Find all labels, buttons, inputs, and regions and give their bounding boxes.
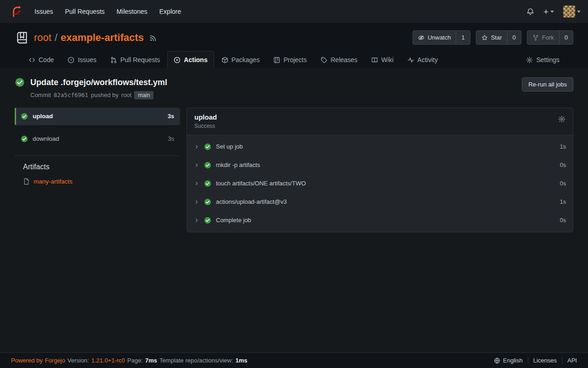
branch-badge[interactable]: main xyxy=(134,91,153,99)
job-detail-name: upload xyxy=(194,113,217,121)
run-title: Update .forgejo/workflows/test.yml xyxy=(30,77,167,88)
eye-slash-icon xyxy=(418,34,424,41)
divider xyxy=(15,155,180,156)
tab-label: Actions xyxy=(184,56,207,63)
tab-label: Wiki xyxy=(381,56,393,63)
package-icon xyxy=(221,57,228,63)
run-header: Update .forgejo/workflows/test.yml Commi… xyxy=(15,77,573,99)
repo-header: root / example-artifacts xyxy=(0,23,588,68)
commit-sha-link[interactable]: 82a5cf6961 xyxy=(54,92,88,98)
artifact-download-link[interactable]: many-artifacts xyxy=(34,178,73,185)
repo-name-link[interactable]: example-artifacts xyxy=(61,32,144,44)
repo-breadcrumb: root / example-artifacts xyxy=(34,32,144,44)
run-commit-line: Commit 82a5cf6961 pushed by root main xyxy=(30,91,167,99)
fork-button[interactable]: Fork xyxy=(527,31,559,44)
plus-icon: + xyxy=(543,7,548,16)
gear-icon xyxy=(526,57,533,63)
repo-tabs: Code Issues Pull Requests Actions Packag… xyxy=(11,45,577,68)
fork-button-group: Fork 0 xyxy=(527,30,573,45)
run-body: upload 3s download 3s Artifacts many-art… xyxy=(15,108,573,232)
tab-settings[interactable]: Settings xyxy=(520,51,566,68)
tab-projects[interactable]: Projects xyxy=(267,51,313,68)
steps-list: Set up job 1s mkdir -p artifacts 0s touc… xyxy=(187,135,573,232)
navbar-right: + xyxy=(526,6,581,17)
rerun-all-jobs-button[interactable]: Re-run all jobs xyxy=(522,77,573,92)
bell-icon xyxy=(526,8,534,16)
tab-label: Releases xyxy=(331,56,357,63)
nav-pull-requests[interactable]: Pull Requests xyxy=(59,4,110,19)
forks-count[interactable]: 0 xyxy=(559,31,573,44)
step-row[interactable]: actions/upload-artifact@v3 1s xyxy=(187,193,573,211)
powered-by-link[interactable]: Powered by xyxy=(11,357,43,364)
step-name: mkdir -p artifacts xyxy=(216,161,260,168)
rss-icon xyxy=(149,34,157,42)
tab-wiki[interactable]: Wiki xyxy=(365,51,400,68)
success-check-icon xyxy=(204,180,211,187)
user-menu[interactable] xyxy=(563,6,581,17)
notifications-button[interactable] xyxy=(526,8,534,16)
unwatch-label: Unwatch xyxy=(428,34,451,41)
tab-issues[interactable]: Issues xyxy=(61,51,102,68)
gear-icon xyxy=(558,115,565,123)
watchers-count[interactable]: 1 xyxy=(456,31,469,44)
step-duration: 0s xyxy=(560,180,566,187)
job-duration: 3s xyxy=(168,113,174,120)
step-duration: 0s xyxy=(560,217,566,224)
avatar xyxy=(563,6,575,17)
chevron-right-icon xyxy=(194,199,199,205)
step-name: Set up job xyxy=(216,143,243,150)
run-texts: Update .forgejo/workflows/test.yml Commi… xyxy=(30,77,167,99)
step-row[interactable]: Complete job 0s xyxy=(187,211,573,230)
forgejo-logo[interactable] xyxy=(10,6,22,17)
footer: Powered by Forgejo Version: 1.21.0+1-rc0… xyxy=(0,352,588,368)
success-check-icon xyxy=(204,143,211,150)
success-check-icon xyxy=(204,198,211,206)
create-new-menu[interactable]: + xyxy=(543,7,554,16)
tab-actions[interactable]: Actions xyxy=(167,51,214,68)
chevron-right-icon xyxy=(194,218,199,223)
stars-count[interactable]: 0 xyxy=(507,31,521,44)
nav-milestones[interactable]: Milestones xyxy=(111,4,153,19)
licenses-link[interactable]: Licenses xyxy=(528,357,562,364)
star-button-group: Star 0 xyxy=(476,30,521,45)
tab-label: Pull Requests xyxy=(120,56,160,63)
step-row[interactable]: mkdir -p artifacts 0s xyxy=(187,156,573,174)
step-row[interactable]: touch artifacts/ONE artifacts/TWO 0s xyxy=(187,174,573,193)
tab-packages[interactable]: Packages xyxy=(215,51,266,68)
tab-label: Settings xyxy=(536,56,560,63)
tab-code[interactable]: Code xyxy=(22,51,60,68)
nav-explore[interactable]: Explore xyxy=(153,4,187,19)
step-duration: 1s xyxy=(560,144,566,150)
tab-label: Projects xyxy=(283,56,307,63)
star-icon xyxy=(481,34,488,41)
step-row[interactable]: Set up job 1s xyxy=(187,138,573,156)
pull-request-icon xyxy=(110,57,117,63)
success-check-icon xyxy=(204,161,211,169)
job-item-upload[interactable]: upload 3s xyxy=(15,108,180,125)
tab-releases[interactable]: Releases xyxy=(314,51,364,68)
success-check-icon xyxy=(21,113,28,120)
repo-owner-link[interactable]: root xyxy=(34,32,51,44)
pusher-link[interactable]: root xyxy=(121,92,131,98)
job-item-download[interactable]: download 3s xyxy=(15,130,180,148)
breadcrumb-separator: / xyxy=(55,32,57,44)
nav-issues[interactable]: Issues xyxy=(28,4,59,19)
version-link[interactable]: 1.21.0+1-rc0 xyxy=(91,357,125,364)
file-icon xyxy=(23,178,30,185)
tab-pull-requests[interactable]: Pull Requests xyxy=(104,51,166,68)
repo-title-row: root / example-artifacts xyxy=(11,23,577,45)
job-options-button[interactable] xyxy=(558,115,565,123)
forgejo-link[interactable]: Forgejo xyxy=(45,357,65,364)
language-menu[interactable]: English xyxy=(489,357,528,364)
job-name: upload xyxy=(33,113,53,120)
api-link[interactable]: API xyxy=(562,357,577,364)
rss-feed-button[interactable] xyxy=(149,34,157,42)
step-name: actions/upload-artifact@v3 xyxy=(216,198,287,205)
artifacts-heading: Artifacts xyxy=(15,163,180,171)
job-detail-header: upload Success xyxy=(187,108,573,135)
page-time: 7ms xyxy=(145,357,157,364)
artifact-item: many-artifacts xyxy=(15,178,180,185)
tab-activity[interactable]: Activity xyxy=(401,51,444,68)
unwatch-button[interactable]: Unwatch xyxy=(413,31,456,44)
star-button[interactable]: Star xyxy=(476,31,507,44)
